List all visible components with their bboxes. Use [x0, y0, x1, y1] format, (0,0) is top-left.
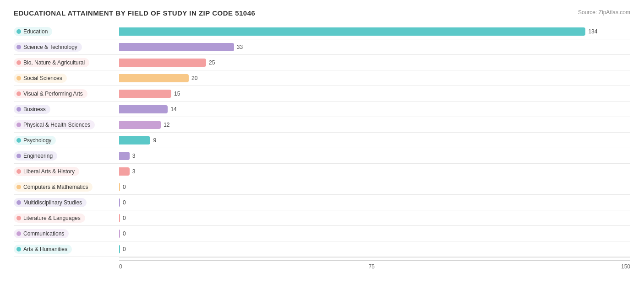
dot-icon	[16, 107, 21, 112]
x-axis: 075150	[119, 257, 630, 270]
label-cell: Business	[14, 105, 119, 114]
bar-row: Education 134	[14, 24, 630, 39]
label-pill: Social Sciences	[14, 74, 67, 83]
bar-value: 33	[237, 44, 243, 50]
dot-icon	[16, 216, 21, 220]
bar	[119, 152, 130, 160]
bar	[119, 230, 120, 238]
label-cell: Education	[14, 27, 119, 36]
label-cell: Liberal Arts & History	[14, 167, 119, 176]
bar-label: Arts & Humanities	[23, 246, 67, 252]
bar-label: Physical & Health Sciences	[23, 122, 90, 128]
bar-row: Multidisciplinary Studies 0	[14, 195, 630, 210]
label-pill: Physical & Health Sciences	[14, 120, 95, 129]
bar-cell: 0	[119, 245, 630, 253]
bar-label: Liberal Arts & History	[23, 168, 75, 175]
bar	[119, 214, 120, 222]
label-cell: Psychology	[14, 136, 119, 145]
bar-value: 0	[123, 215, 126, 221]
dot-icon	[16, 60, 21, 65]
dot-icon	[16, 123, 21, 127]
label-pill: Science & Technology	[14, 43, 82, 52]
label-pill: Visual & Performing Arts	[14, 89, 87, 98]
label-cell: Computers & Mathematics	[14, 182, 119, 192]
bar-cell: 14	[119, 105, 630, 113]
dot-icon	[16, 154, 21, 158]
bar-label: Multidisciplinary Studies	[23, 199, 82, 206]
bar-label: Engineering	[23, 153, 53, 159]
label-cell: Bio, Nature & Agricultural	[14, 58, 119, 67]
bar-value: 12	[164, 122, 169, 128]
bar-cell: 12	[119, 121, 630, 129]
dot-icon	[16, 138, 21, 143]
label-pill: Education	[14, 27, 52, 36]
bar-row: Physical & Health Sciences 12	[14, 117, 630, 133]
label-pill: Arts & Humanities	[14, 245, 72, 254]
dot-icon	[16, 185, 21, 189]
bar-value: 0	[123, 184, 126, 190]
bar-cell: 3	[119, 167, 630, 176]
label-cell: Communications	[14, 229, 119, 238]
label-pill: Computers & Mathematics	[14, 182, 93, 192]
dot-icon	[16, 45, 21, 49]
bar-cell: 33	[119, 43, 630, 51]
label-cell: Science & Technology	[14, 43, 119, 52]
bar-row: Communications 0	[14, 226, 630, 241]
bar-label: Computers & Mathematics	[23, 184, 88, 190]
bar-row: Liberal Arts & History 3	[14, 164, 630, 179]
label-pill: Business	[14, 105, 50, 114]
bar-value: 134	[588, 28, 597, 35]
label-pill: Communications	[14, 229, 69, 238]
label-cell: Multidisciplinary Studies	[14, 198, 119, 207]
dot-icon	[16, 76, 21, 80]
bar-row: Visual & Performing Arts 15	[14, 86, 630, 102]
bar	[119, 198, 120, 207]
dot-icon	[16, 231, 21, 236]
bar-row: Bio, Nature & Agricultural 25	[14, 55, 630, 70]
bar-label: Visual & Performing Arts	[23, 91, 83, 97]
dot-icon	[16, 169, 21, 174]
chart-area: Education 134 Science & Technology 33 Bi…	[14, 24, 630, 257]
bar-cell: 0	[119, 183, 630, 191]
label-pill: Literature & Languages	[14, 214, 85, 223]
bar-row: Arts & Humanities 0	[14, 241, 630, 257]
label-pill: Psychology	[14, 136, 56, 145]
x-axis-tick: 75	[369, 263, 375, 270]
label-cell: Visual & Performing Arts	[14, 89, 119, 98]
dot-icon	[16, 247, 21, 252]
label-cell: Social Sciences	[14, 74, 119, 83]
x-axis-tick: 0	[119, 263, 122, 270]
bar	[119, 136, 150, 144]
bar-row: Psychology 9	[14, 133, 630, 148]
bar	[119, 74, 189, 82]
bar-row: Science & Technology 33	[14, 39, 630, 55]
bar	[119, 183, 120, 191]
dot-icon	[16, 29, 21, 34]
chart-container: EDUCATIONAL ATTAINMENT BY FIELD OF STUDY…	[14, 9, 630, 270]
bar-label: Education	[23, 28, 48, 35]
source-label: Source: ZipAtlas.com	[578, 9, 630, 16]
bar-value: 15	[174, 91, 180, 97]
bar-label: Communications	[23, 230, 64, 237]
bar	[119, 90, 171, 98]
bar-cell: 3	[119, 152, 630, 160]
bar-label: Literature & Languages	[23, 215, 81, 221]
label-cell: Engineering	[14, 151, 119, 161]
x-axis-tick: 150	[621, 263, 630, 270]
label-pill: Engineering	[14, 151, 57, 161]
bar	[119, 27, 585, 36]
bar-value: 14	[170, 106, 176, 112]
label-cell: Arts & Humanities	[14, 245, 119, 254]
bar-cell: 0	[119, 214, 630, 222]
bar	[119, 105, 168, 113]
bar-value: 0	[123, 230, 126, 237]
bar	[119, 245, 120, 253]
bar-cell: 20	[119, 74, 630, 82]
bar-label: Psychology	[23, 137, 51, 144]
bar-cell: 134	[119, 27, 630, 36]
label-cell: Literature & Languages	[14, 214, 119, 223]
bar	[119, 121, 161, 129]
chart-title: EDUCATIONAL ATTAINMENT BY FIELD OF STUDY…	[14, 9, 255, 17]
dot-icon	[16, 200, 21, 205]
bar-row: Business 14	[14, 102, 630, 117]
